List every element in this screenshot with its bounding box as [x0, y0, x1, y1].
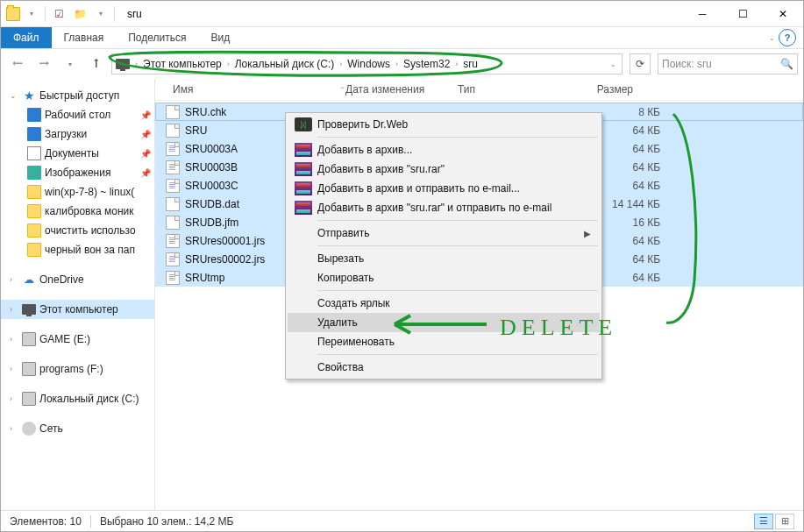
crumb-windows[interactable]: Windows — [344, 58, 394, 70]
nav-label: Загрузки — [45, 128, 87, 140]
file-icon — [166, 179, 180, 193]
nav-folder[interactable]: черный вон за пап — [1, 240, 154, 259]
file-icon — [166, 216, 180, 230]
tab-home[interactable]: Главная — [52, 27, 117, 48]
docs-icon — [27, 146, 41, 160]
search-icon[interactable]: 🔍 — [780, 58, 793, 70]
ctx-rar-email2[interactable]: Добавить в архив "sru.rar" и отправить п… — [288, 198, 600, 217]
ctx-label: Добавить в архив "sru.rar" и отправить п… — [317, 202, 551, 214]
file-icon — [166, 234, 180, 248]
nav-folder[interactable]: win(xp-7-8) ~ linux( — [1, 182, 154, 202]
nav-this-pc[interactable]: › Этот компьютер — [1, 300, 154, 319]
ctx-label: Копировать — [317, 272, 374, 284]
file-size: 64 КБ — [594, 272, 660, 284]
ribbon-tabs: Файл Главная Поделиться Вид ⌄ ? — [1, 27, 803, 49]
nav-pictures[interactable]: Изображения 📌 — [1, 163, 154, 182]
expand-icon[interactable]: › — [10, 394, 18, 403]
ribbon-expand-icon[interactable]: ⌄ — [769, 34, 775, 42]
pictures-icon — [27, 166, 41, 180]
col-date[interactable]: Дата изменения — [345, 83, 458, 96]
pin-icon: 📌 — [140, 149, 151, 159]
nav-network[interactable]: › Сеть — [1, 419, 154, 438]
file-size: 16 КБ — [594, 216, 660, 229]
nav-onedrive[interactable]: › ☁ OneDrive — [1, 270, 154, 289]
file-size: 64 КБ — [594, 180, 660, 192]
nav-drive[interactable]: › Локальный диск (C:) — [1, 389, 154, 408]
crumb-pc[interactable]: Этот компьютер — [139, 58, 225, 70]
blank-icon — [295, 252, 312, 266]
tab-share[interactable]: Поделиться — [116, 27, 198, 48]
file-size: 64 КБ — [594, 235, 660, 247]
minimize-button[interactable]: ─ — [682, 1, 722, 26]
expand-icon[interactable]: › — [10, 365, 18, 373]
nav-folder[interactable]: калибровка моник — [1, 202, 154, 221]
refresh-button[interactable]: ⟳ — [630, 53, 651, 74]
maximize-button[interactable]: ☐ — [722, 1, 763, 26]
ctx-cut[interactable]: Вырезать — [288, 249, 600, 268]
search-input[interactable]: Поиск: sru 🔍 — [658, 53, 798, 74]
address-bar[interactable]: › Этот компьютер › Локальный диск (C:) ›… — [111, 53, 623, 74]
nav-desktop[interactable]: Рабочий стол 📌 — [1, 105, 154, 124]
nav-documents[interactable]: Документы 📌 — [1, 144, 154, 163]
history-dropdown[interactable]: ▾ — [59, 53, 82, 75]
ctx-delete[interactable]: Удалить — [288, 313, 600, 332]
file-icon — [166, 271, 180, 285]
back-button[interactable]: 🠔 — [6, 53, 29, 75]
ctx-properties[interactable]: Свойства — [288, 358, 600, 377]
help-button[interactable]: ? — [779, 29, 796, 46]
col-size[interactable]: Размер — [567, 83, 633, 96]
ctx-rar-email[interactable]: Добавить в архив и отправить по e-mail..… — [288, 179, 600, 198]
crumb-sru[interactable]: sru — [459, 58, 481, 70]
ctx-drweb[interactable]: ᛞПроверить Dr.Web — [288, 115, 600, 134]
forward-button[interactable]: 🠖 — [32, 53, 55, 75]
chevron-right-icon[interactable]: › — [225, 60, 231, 68]
nav-drive[interactable]: › programs (F:) — [1, 359, 154, 379]
status-bar: Элементов: 10 Выбрано 10 элем.: 14,2 МБ … — [1, 510, 803, 531]
col-type[interactable]: Тип — [458, 83, 567, 96]
star-icon: ★ — [22, 89, 36, 103]
titlebar: ▾ ☑ 📁 ▾ sru ─ ☐ ✕ — [1, 1, 803, 27]
ctx-rar-add[interactable]: Добавить в архив... — [288, 140, 600, 160]
expand-icon[interactable]: › — [10, 424, 18, 433]
ctx-rename[interactable]: Переименовать — [288, 332, 600, 351]
chevron-right-icon[interactable]: › — [133, 60, 139, 68]
nav-folder[interactable]: очистить использо — [1, 221, 154, 240]
context-menu: ᛞПроверить Dr.Web Добавить в архив... До… — [285, 112, 602, 379]
expand-icon[interactable]: › — [10, 335, 18, 344]
ctx-send[interactable]: Отправить▶ — [288, 223, 600, 243]
view-icons-button[interactable]: ⊞ — [775, 514, 794, 529]
expand-icon[interactable]: › — [10, 275, 18, 284]
nav-label: калибровка моник — [45, 205, 134, 217]
column-headers: Имя ⌃ Дата изменения Тип Размер — [155, 79, 803, 101]
crumb-drive[interactable]: Локальный диск (C:) — [231, 58, 338, 70]
tab-view[interactable]: Вид — [198, 27, 242, 48]
file-icon — [166, 142, 180, 156]
ctx-shortcut[interactable]: Создать ярлык — [288, 294, 600, 313]
tab-file[interactable]: Файл — [1, 27, 52, 48]
close-button[interactable]: ✕ — [763, 1, 803, 26]
chevron-right-icon[interactable]: › — [338, 60, 344, 68]
nav-downloads[interactable]: Загрузки 📌 — [1, 124, 154, 144]
nav-quick-access[interactable]: ⌄ ★ Быстрый доступ — [1, 86, 154, 105]
nav-drive[interactable]: › GAME (E:) — [1, 330, 154, 349]
qat-new-folder-icon[interactable]: 📁 — [70, 4, 89, 24]
nav-label: Этот компьютер — [39, 303, 118, 316]
ctx-label: Вырезать — [317, 252, 364, 265]
file-icon — [166, 160, 180, 174]
up-button[interactable]: 🠕 — [85, 53, 108, 75]
file-icon — [166, 252, 180, 266]
crumb-system32[interactable]: System32 — [400, 58, 453, 70]
view-details-button[interactable]: ☰ — [754, 514, 773, 529]
ctx-rar-addname[interactable]: Добавить в архив "sru.rar" — [288, 160, 600, 179]
qat-properties-icon[interactable]: ☑ — [49, 4, 68, 24]
expand-icon[interactable]: ⌄ — [10, 91, 18, 100]
expand-icon[interactable]: › — [10, 305, 18, 314]
address-dropdown-icon[interactable]: ⌄ — [610, 60, 616, 68]
ctx-copy[interactable]: Копировать — [288, 268, 600, 287]
qat-dropdown[interactable]: ▾ — [22, 4, 41, 24]
chevron-right-icon[interactable]: › — [394, 60, 400, 68]
drive-icon — [22, 392, 36, 406]
chevron-right-icon[interactable]: › — [453, 60, 459, 68]
file-icon — [166, 197, 180, 211]
qat-customize[interactable]: ▾ — [91, 4, 110, 24]
